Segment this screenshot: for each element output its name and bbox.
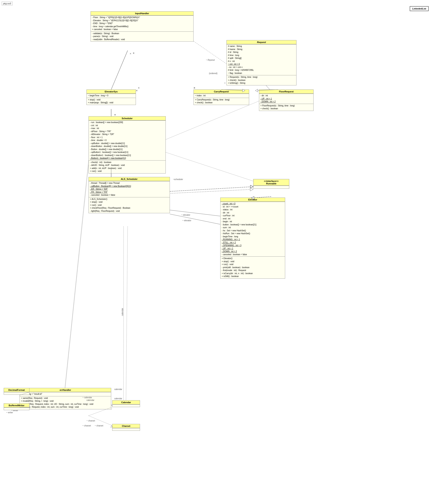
buffered-writer-body xyxy=(4,408,29,410)
calendar-box: Calendar xyxy=(112,400,140,407)
request-title: Request xyxy=(227,40,296,44)
elevator-attrs: - count : int = 0 - id : int = ++count -… xyxy=(220,202,285,256)
svg-text:calendar: calendar xyxy=(114,397,122,400)
svg-text:×: × xyxy=(193,86,195,90)
als-scheduler-box: ALS_Scheduler - thread : Thread[] = new … xyxy=(89,177,170,213)
svg-text:~ writer: ~ writer xyxy=(6,411,13,414)
svg-text:{ordered}: {ordered} xyxy=(209,72,218,75)
decimal-format-box: DecimalFormat xyxy=(4,388,30,395)
err-handler-methods: + same(Req : Request) : void + invalid(R… xyxy=(20,396,111,409)
svg-line-28 xyxy=(165,101,259,140)
svg-line-14 xyxy=(169,210,220,216)
svg-line-0 xyxy=(193,41,226,64)
scheduler-box: Scheduler - run : boolean[] = new boolea… xyxy=(89,116,166,173)
elevator-methods: + Elevator() + stop() : void + run() : v… xyxy=(220,256,285,278)
charset-box: Charset xyxy=(112,424,140,431)
charset-body xyxy=(112,428,140,430)
package-label: pkg:oo5 xyxy=(2,2,13,5)
buffered-writer-box: BufferedWriter xyxy=(4,403,30,410)
svg-text:~ charset: ~ charset xyxy=(95,425,103,427)
svg-line-61 xyxy=(65,161,89,388)
scheduler-methods: - check(i : int) : boolean - delUD : Str… xyxy=(89,160,166,173)
elevator-sys-box: ElevatorSys ~ beginTime : long = 0 + sto… xyxy=(86,90,136,105)
elevator-sys-methods: + stop() : void + main(args : String[]) … xyxy=(87,98,136,105)
buffered-writer-title: BufferedWriter xyxy=(4,404,29,408)
runnable-box: <<interface>>Runnable xyxy=(253,179,289,189)
svg-text:~ Rqueue: ~ Rqueue xyxy=(206,59,215,61)
carry-request-methods: + CarryRequest(s : String, time : long) … xyxy=(194,98,249,105)
input-handler-attrs: - Floor : String = "\([FR||(1[0-9]|[1-9]… xyxy=(91,15,193,31)
svg-text:~scheduler: ~scheduler xyxy=(173,178,183,181)
svg-marker-44 xyxy=(250,185,253,188)
svg-line-47 xyxy=(170,214,220,224)
carry-request-title: CarryRequest xyxy=(194,90,249,94)
linked-list-label: LinkededList xyxy=(412,7,426,10)
err-handler-title: errHandler xyxy=(20,388,111,392)
scheduler-attrs: - run : boolean[] = new boolean[200] - c… xyxy=(89,120,166,160)
svg-text:calendar: calendar xyxy=(114,388,122,390)
svg-line-43 xyxy=(170,187,253,191)
svg-text:×: × xyxy=(130,52,131,55)
svg-text:×: × xyxy=(138,86,140,90)
calendar-title: Calendar xyxy=(112,400,140,404)
linked-list-box: LinkededList xyxy=(410,6,429,11)
diagram-container: pkg:oo5 LinkededList ~ Rqueue {ordered} … xyxy=(0,0,441,504)
svg-text:calendar: calendar xyxy=(121,308,124,316)
decimal-format-title: DecimalFormat xyxy=(4,388,29,392)
svg-line-50 xyxy=(166,152,253,181)
svg-marker-40 xyxy=(255,89,258,92)
err-handler-box: errHandler - fn : String = "result.td" +… xyxy=(19,388,111,409)
svg-line-65 xyxy=(89,416,112,426)
svg-line-23 xyxy=(65,165,89,391)
floor-request-title: FloorRequest xyxy=(259,90,313,94)
svg-line-26 xyxy=(111,50,128,90)
svg-text:×: × xyxy=(114,113,116,116)
svg-text:×: × xyxy=(136,89,138,92)
svg-text:×: × xyxy=(193,86,195,90)
scheduler-title: Scheduler xyxy=(89,117,166,120)
als-scheduler-methods: + ALS_Scheduler() + stop() : void + run(… xyxy=(89,197,170,213)
decimal-format-body xyxy=(4,392,29,395)
runnable-title: <<interface>>Runnable xyxy=(253,179,289,186)
input-handler-title: InputHandler xyxy=(91,12,193,15)
svg-text:~ elevator: ~ elevator xyxy=(181,214,190,216)
svg-marker-11 xyxy=(250,188,253,191)
carry-request-attrs: ~ index : int xyxy=(194,94,249,98)
request-box: Request # name : String # lname : String… xyxy=(226,40,297,85)
floor-request-box: FloorRequest - dir : int - UP : int = 1 … xyxy=(259,90,314,111)
svg-line-10 xyxy=(169,189,253,193)
svg-text:×: × xyxy=(133,51,134,55)
calendar-body xyxy=(112,404,140,407)
carry-request-box: CarryRequest ~ index : int + CarryReques… xyxy=(193,90,249,105)
svg-text:~ charset: ~ charset xyxy=(82,425,91,427)
floor-request-methods: + FloorRequest(s : String, time : long) … xyxy=(259,104,313,111)
elevator-sys-title: ElevatorSys xyxy=(87,90,136,94)
svg-text:~ elevator: ~ elevator xyxy=(182,219,191,222)
request-methods: + Request(s : String, time : long) + che… xyxy=(227,75,296,85)
elevator-box: Elevator - count : int = 0 - id : int = … xyxy=(220,198,285,279)
elevator-title: Elevator xyxy=(220,198,285,202)
input-handler-box: InputHandler - Floor : String = "\([FR||… xyxy=(91,11,193,42)
svg-line-51 xyxy=(126,226,128,400)
svg-line-62 xyxy=(111,409,112,410)
err-handler-attrs: - fn : String = "result.td" xyxy=(20,392,111,396)
als-scheduler-attrs: - thread : Thread[] = new Thread - udBut… xyxy=(89,181,170,197)
charset-title: Charset xyxy=(112,424,140,428)
svg-line-33 xyxy=(111,51,128,90)
floor-request-attrs: - dir : int - UP : int = 1 - DOWN : int … xyxy=(259,94,313,104)
als-scheduler-title: ALS_Scheduler xyxy=(89,177,170,181)
elevator-sys-attrs: ~ beginTime : long = 0 xyxy=(87,94,136,98)
svg-text:~ charset: ~ charset xyxy=(86,420,95,422)
input-handler-methods: - validate(s : String) : Boolean - parse… xyxy=(91,31,193,42)
svg-text:*: * xyxy=(224,82,225,85)
runnable-body xyxy=(253,186,289,188)
request-attrs: # name : String # lname : String # id : … xyxy=(227,44,296,75)
